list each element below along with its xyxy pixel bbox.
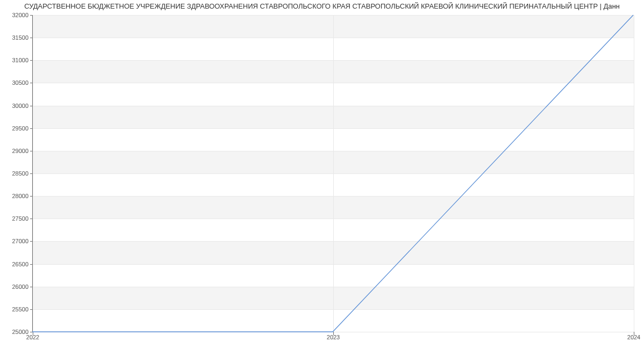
- y-tick-label: 29000: [2, 148, 28, 154]
- y-tick-label: 28000: [2, 193, 28, 199]
- plot-area: 2500025500260002650027000275002800028500…: [32, 15, 633, 332]
- y-tick-label: 25500: [2, 306, 28, 312]
- x-tick-label: 2024: [627, 334, 640, 340]
- x-gridline: [634, 15, 634, 332]
- y-tick-label: 32000: [2, 12, 28, 18]
- y-tick-label: 29500: [2, 125, 28, 132]
- x-tick-label: 2022: [26, 334, 39, 340]
- y-tick-label: 30000: [2, 103, 28, 109]
- y-tick-label: 25000: [2, 329, 28, 335]
- y-tick-label: 30500: [2, 79, 28, 86]
- y-tick-label: 31000: [2, 57, 28, 63]
- y-tick-label: 26500: [2, 261, 28, 267]
- data-line: [32, 15, 633, 332]
- y-tick-label: 31500: [2, 34, 28, 41]
- y-tick-label: 27000: [2, 238, 28, 244]
- chart-title: СУДАРСТВЕННОЕ БЮДЖЕТНОЕ УЧРЕЖДЕНИЕ ЗДРАВ…: [0, 0, 644, 13]
- x-tick-label: 2023: [327, 334, 340, 340]
- y-tick-label: 27500: [2, 215, 28, 222]
- y-tick-label: 26000: [2, 283, 28, 290]
- y-tick-label: 28500: [2, 170, 28, 177]
